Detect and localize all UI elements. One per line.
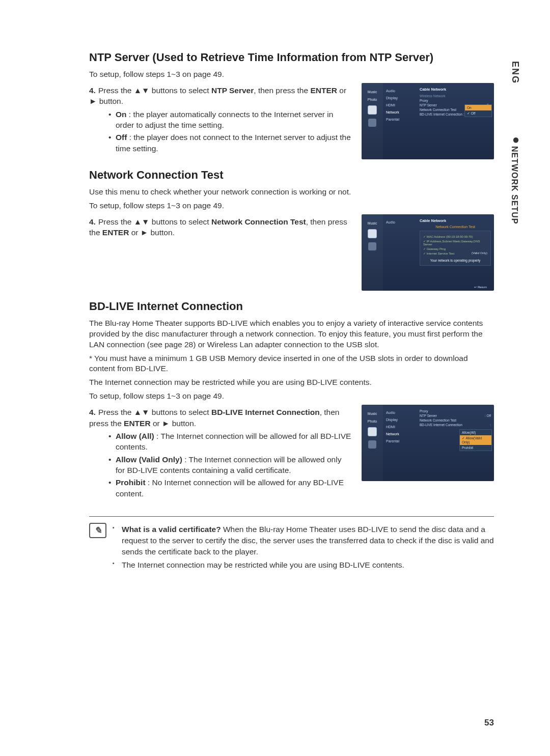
row-bdlive-val: : [490, 423, 491, 427]
row-wireless: Wireless Network [420, 94, 446, 98]
nct-intro2: To setup, follow steps 1~3 on page 49. [89, 201, 494, 211]
gear-icon [368, 105, 377, 115]
osd-left-nav: Music Photo [362, 405, 383, 481]
text: or [129, 228, 140, 237]
label-bdlive: BD-LIVE Internet Connection [211, 408, 320, 416]
play-icon: ► [162, 419, 170, 428]
text: buttons to select [149, 86, 211, 95]
cat-display: Display [385, 417, 415, 423]
row-ntp-val: : Off [485, 414, 491, 417]
bd-step-4: 4.Press the ▲▼ buttons to select BD-LIVE… [89, 407, 352, 429]
home-icon [368, 440, 376, 449]
ntp-intro: To setup, follow steps 1~3 on page 49. [89, 69, 494, 80]
pane-header: Cable Network [420, 87, 491, 92]
ntp-options-list: On : the player automatically connects t… [108, 109, 352, 154]
bd-p4: To setup, follow steps 1~3 on page 49. [89, 391, 494, 402]
cat-network: Network [385, 109, 415, 115]
note-question: What is a valid certificate? [122, 525, 221, 534]
opt-on: On [465, 105, 491, 110]
text: Press the [98, 408, 134, 416]
label-enter: ENTER [102, 228, 129, 237]
row-bdlive: BD-LIVE Internet Connection [420, 423, 462, 427]
row-valid: (Valid Only) [472, 251, 487, 255]
text: Press the [98, 217, 134, 226]
note-divider [89, 516, 494, 517]
updown-icon: ▲▼ [134, 86, 150, 95]
label-enter: ENTER [310, 86, 337, 95]
row-ntp: NTP Server [420, 414, 437, 417]
note-list: What is a valid certificate? When the Bl… [113, 522, 494, 573]
return-label: ↩ Return [474, 285, 487, 289]
label-enter: ENTER [124, 419, 151, 428]
label-on: On [116, 110, 127, 119]
osd-settings-pane: Cable Network Network Connection Test ✓ … [417, 214, 494, 291]
note-block: ✎ What is a valid certificate? When the … [89, 522, 494, 573]
nav-photo: Photo [368, 98, 377, 101]
text: The Internet connection may be restricte… [122, 561, 404, 569]
text: button. [148, 228, 175, 237]
row-bdlive: BD-LIVE Internet Connection [420, 113, 462, 116]
opt-allow-valid: ✓ Allow(Valid Only) [460, 435, 491, 445]
row-nct: Network Connection Test [420, 418, 456, 422]
bd-p3: The Internet connection may be restricte… [89, 377, 494, 388]
row-mac: ✓ MAC Address (00:10:18:00:00:70) [423, 235, 473, 238]
step-number: 4. [89, 407, 98, 417]
opt-off: ✓ Off [465, 110, 491, 117]
osd-popup-bdlive: Allow(All) ✓ Allow(Valid Only) Prohibit [459, 429, 492, 451]
play-icon: ► [89, 97, 97, 105]
text: button. [97, 97, 123, 105]
osd-screenshot-bdlive: Music Photo Audio Display HDMI Network P… [362, 405, 494, 481]
bd-title: BD-LIVE Internet Connection [89, 300, 494, 313]
bd-option-prohibit: Prohibit : No Internet connection will b… [108, 477, 352, 499]
updown-icon: ▲▼ [134, 217, 150, 226]
text: or [337, 86, 346, 95]
osd-left-nav: Music [362, 214, 383, 291]
manual-page: ENG ● NETWORK SETUP NTP Server (Used to … [0, 0, 550, 756]
nav-music: Music [368, 412, 377, 415]
nct-test-box: ✓ MAC Address (00:10:18:00:00:70) ✓ IP A… [420, 231, 491, 266]
bd-p2: * You must have a minimum 1 GB USB Memor… [89, 353, 494, 375]
label-off: Off [116, 133, 127, 142]
note-item-1: What is a valid certificate? When the Bl… [113, 524, 494, 557]
cat-audio: Audio [385, 219, 415, 225]
cat-network: Network [385, 431, 415, 437]
osd-screenshot-ntp: Music Photo Audio Display HDMI Network P… [362, 83, 494, 159]
text: or [151, 419, 162, 428]
osd-categories: Audio Display HDMI Network Parental [383, 405, 417, 481]
opt-prohibit: Prohibit [460, 445, 491, 451]
ntp-step-4: 4.Press the ▲▼ buttons to select NTP Ser… [89, 85, 352, 107]
nct-popup-title: Network Connection Test [420, 225, 491, 229]
text: buttons to select [149, 408, 211, 416]
label-allow-valid: Allow (Valid Only) [116, 455, 182, 464]
cat-parental: Parental [385, 438, 415, 444]
bd-options-list: Allow (All) : The Internet connection wi… [108, 431, 352, 499]
step-number: 4. [89, 216, 98, 227]
nav-music: Music [368, 221, 377, 225]
ntp-option-on: On : the player automatically connects t… [108, 109, 352, 131]
bd-option-valid: Allow (Valid Only) : The Internet connec… [108, 454, 352, 476]
row-ntp: NTP Server [420, 103, 437, 107]
osd-screenshot-nct: Music Audio Cable Network Network Connec… [362, 214, 494, 291]
section-tag: NETWORK SETUP [510, 146, 519, 224]
row-ip: ✓ IP Address,Subnet Mask,Gateway,DNS Ser… [423, 239, 487, 246]
cat-display: Display [385, 95, 415, 101]
language-tag: ENG [510, 61, 520, 84]
cat-parental: Parental [385, 117, 415, 122]
page-number: 53 [484, 718, 494, 728]
text: buttons to select [149, 217, 211, 226]
row-proxy: Proxy [420, 99, 428, 102]
osd-categories: Audio [383, 214, 417, 291]
text: : No Internet connection will be allowed… [116, 478, 344, 497]
gear-icon [368, 427, 377, 436]
row-nct: Network Connection Test [420, 108, 456, 111]
step-number: 4. [89, 85, 98, 96]
nct-title: Network Connection Test [89, 169, 494, 182]
text: button. [170, 419, 196, 428]
row-isp: ✓ Internet Service Test [423, 251, 454, 255]
nct-status-message: Your network is operating properly [423, 259, 487, 262]
text: , then press the [254, 86, 310, 95]
cat-hdmi: HDMI [385, 102, 415, 108]
play-icon: ► [141, 228, 148, 237]
bd-p1: The Blu-ray Home Theater supports BD-LIV… [89, 318, 494, 350]
nct-step-4: 4.Press the ▲▼ buttons to select Network… [89, 216, 352, 238]
